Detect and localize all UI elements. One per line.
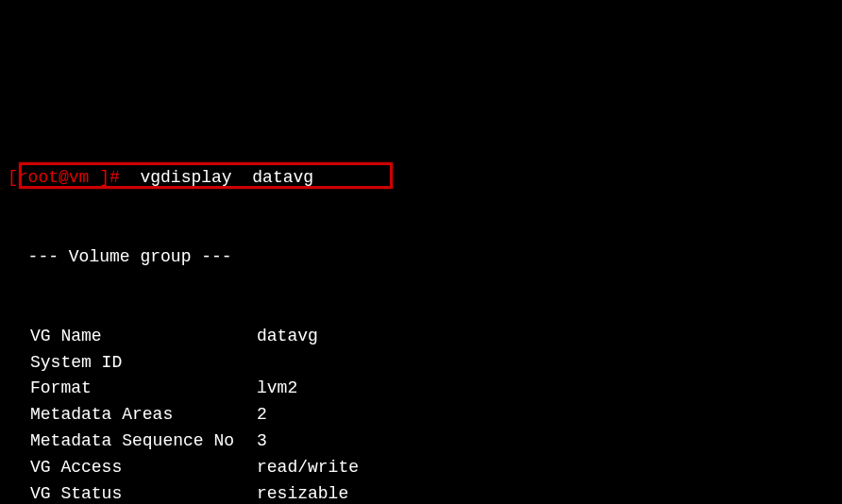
terminal-output: [root@vm ]# vgdisplay datavg --- Volume …	[8, 113, 834, 504]
prompt-hash: #	[109, 168, 120, 187]
output-row: VG Accessread/write	[8, 455, 834, 481]
prompt-user-host: [root@vm ]	[8, 168, 109, 187]
field-label: Metadata Areas	[8, 402, 257, 428]
field-value: 3	[257, 428, 267, 455]
field-label: Format	[8, 376, 257, 402]
field-label: VG Access	[8, 455, 257, 481]
output-row: Formatlvm2	[8, 376, 834, 402]
field-label: Metadata Sequence No	[8, 428, 257, 455]
field-value: 2	[257, 402, 267, 428]
field-label: System ID	[8, 350, 257, 377]
output-row: System ID	[8, 350, 834, 377]
prompt-line: [root@vm ]# vgdisplay datavg	[8, 165, 834, 192]
field-value: read/write	[257, 455, 359, 481]
header-text: --- Volume group ---	[8, 247, 232, 266]
field-value: lvm2	[257, 376, 297, 402]
command-argument: datavg	[252, 168, 313, 187]
field-label: VG Status	[8, 481, 257, 504]
output-row: VG Namedatavg	[8, 324, 834, 350]
field-value: resizable	[257, 481, 348, 504]
command: vgdisplay	[140, 168, 231, 187]
field-label: VG Name	[8, 324, 257, 350]
header-row: --- Volume group ---	[8, 244, 834, 271]
output-row: Metadata Sequence No3	[8, 428, 834, 455]
field-value: datavg	[257, 324, 318, 350]
output-row: VG Statusresizable	[8, 481, 834, 504]
output-row: Metadata Areas2	[8, 402, 834, 428]
